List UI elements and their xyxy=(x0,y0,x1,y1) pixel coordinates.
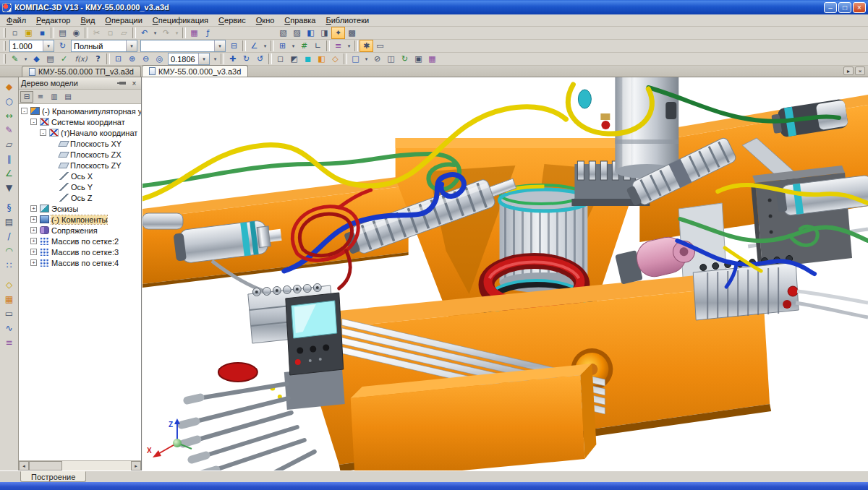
menu-file[interactable]: Файл xyxy=(1,15,31,25)
perspective-button[interactable]: ◇ xyxy=(328,53,342,65)
panel-geometry-button[interactable]: ○ xyxy=(2,94,17,108)
menu-specification[interactable]: Спецификация xyxy=(148,15,213,25)
maximize-button[interactable]: □ xyxy=(838,2,851,13)
tree-panel-close-button[interactable]: × xyxy=(129,79,139,88)
tree-item[interactable]: Плоскость ZX xyxy=(19,149,141,160)
brass-fitting[interactable] xyxy=(600,113,610,120)
refresh-image-button[interactable]: ↻ xyxy=(398,53,412,65)
context-help-button[interactable]: ▩ xyxy=(345,27,359,39)
tree-relations-button[interactable]: ▥ xyxy=(48,91,61,103)
zoom-all-button[interactable]: ◎ xyxy=(153,53,166,65)
properties-button[interactable]: ▧ xyxy=(276,27,290,39)
grid-button[interactable]: ⊞ xyxy=(276,40,289,52)
redo-button[interactable]: ↷ xyxy=(159,27,173,39)
collections-button[interactable]: ▤ xyxy=(43,53,57,65)
dropdown-arrow-icon[interactable]: ▾ xyxy=(126,40,137,51)
menu-service[interactable]: Сервис xyxy=(213,15,251,25)
print-preview-button[interactable]: ◉ xyxy=(69,27,83,39)
document-manager-button[interactable]: ⊟ xyxy=(227,40,241,52)
zoom-in-button[interactable]: ⊕ xyxy=(125,53,139,65)
wireframe-button[interactable]: ◻ xyxy=(273,53,287,65)
tree-expander[interactable]: + xyxy=(30,259,37,266)
orientation-dropdown[interactable]: ▾ xyxy=(362,53,370,65)
tree-expander[interactable]: + xyxy=(30,216,37,223)
zoom-window-button[interactable]: ⊡ xyxy=(111,53,125,65)
menu-help[interactable]: Справка xyxy=(279,15,320,25)
minimize-button[interactable]: – xyxy=(824,2,837,13)
close-document-button[interactable]: × xyxy=(855,66,865,75)
separator[interactable] xyxy=(85,27,88,38)
library-manager-button[interactable]: ▦ xyxy=(187,27,201,39)
dropdown-arrow-icon[interactable]: ▾ xyxy=(198,53,209,64)
toolbar-grip[interactable] xyxy=(4,41,6,51)
panel-reports-button[interactable]: ▤ xyxy=(2,215,17,229)
orientation-button[interactable]: □ xyxy=(349,53,362,65)
panel-curves-button[interactable]: ∿ xyxy=(2,321,17,335)
separator[interactable] xyxy=(344,53,347,64)
separator[interactable] xyxy=(106,53,110,64)
tree-item[interactable]: - (-) Краноманипуляторная ус xyxy=(19,106,141,116)
scroll-right-button[interactable]: ▸ xyxy=(131,461,141,470)
menu-editor[interactable]: Редактор xyxy=(31,15,75,25)
tree-item[interactable]: + Сопряжения xyxy=(19,225,141,236)
csys-dropdown[interactable]: ▾ xyxy=(261,40,269,52)
panel-edit-part-button[interactable]: ◆ xyxy=(2,79,17,94)
toolbar-grip[interactable] xyxy=(4,28,6,38)
menu-window[interactable]: Окно xyxy=(251,15,280,25)
sketch-dropdown[interactable]: ▾ xyxy=(22,53,30,65)
tree-item[interactable]: + Массив по сетке:2 xyxy=(19,236,141,246)
menu-view[interactable]: Вид xyxy=(75,15,100,25)
hidden-lines-button[interactable]: ◩ xyxy=(287,53,301,65)
scroll-left-button[interactable]: ◂ xyxy=(19,461,29,470)
panel-dimensions-button[interactable]: ↔ xyxy=(2,108,17,123)
layers-button[interactable]: ≡ xyxy=(331,40,345,52)
menu-operations[interactable]: Операции xyxy=(100,15,147,25)
fx-variables-button[interactable]: f(x) xyxy=(71,53,91,65)
section-view-button[interactable]: ◫ xyxy=(384,53,398,65)
panel-editing-button[interactable]: ▱ xyxy=(2,137,17,152)
display-mode-combo[interactable]: Полный ▾ xyxy=(71,40,137,52)
tree-item[interactable]: - Системы координат xyxy=(19,116,141,127)
separator[interactable] xyxy=(221,53,224,64)
orbit-button[interactable]: ↺ xyxy=(253,53,267,65)
panel-filters-button[interactable]: ▼ xyxy=(2,181,17,195)
dropdown-arrow-icon[interactable]: ▾ xyxy=(43,40,54,51)
tree-expander[interactable]: - xyxy=(40,129,46,136)
sketch-button[interactable]: ✎ xyxy=(8,53,22,65)
cut-button[interactable]: ✂ xyxy=(90,27,103,39)
panel-aux-geometry-button[interactable]: ◇ xyxy=(2,278,17,292)
tree-item[interactable]: Ось Z xyxy=(19,192,141,203)
paste-button[interactable]: ▱ xyxy=(117,27,131,39)
panel-requisites-button[interactable]: ≡ xyxy=(2,335,17,350)
tree-item[interactable]: + (-) Компоненты xyxy=(19,214,141,225)
document-params-button[interactable]: ▭ xyxy=(373,40,387,52)
save-button[interactable]: ▪ xyxy=(35,27,49,39)
tree-item[interactable]: Ось X xyxy=(19,171,141,181)
3d-viewport[interactable]: Z X xyxy=(142,77,868,470)
local-csys-button[interactable]: ∠ xyxy=(247,40,261,52)
zoom-dropdown[interactable]: ▾ xyxy=(211,53,219,65)
close-button[interactable]: × xyxy=(853,2,866,13)
shaded-button[interactable]: ◼ xyxy=(301,53,315,65)
tree-item[interactable]: + Массив по сетке:4 xyxy=(19,257,141,268)
what-is-this-button[interactable]: ? xyxy=(91,53,105,65)
toolbar-grip[interactable] xyxy=(4,54,6,64)
panel-surfaces-button[interactable]: ◠ xyxy=(2,244,17,258)
zoom-combo[interactable]: 0.1806 ▾ xyxy=(168,53,210,65)
report-button[interactable]: ◨ xyxy=(318,27,331,39)
tab-kmu-v3[interactable]: КМУ-55.00.000_v3.a3d xyxy=(142,65,248,77)
panel-specification-button[interactable]: § xyxy=(2,200,17,215)
separator[interactable] xyxy=(182,27,186,38)
print-button[interactable]: ▤ xyxy=(56,27,69,39)
pin-icon[interactable] xyxy=(119,82,126,85)
current-mode-button[interactable]: ✦ xyxy=(331,27,345,39)
pan-button[interactable]: ✚ xyxy=(226,53,239,65)
snap-button[interactable]: # xyxy=(297,40,311,52)
redo-dropdown[interactable]: ▾ xyxy=(173,27,181,39)
gray-hose-right-2[interactable] xyxy=(796,303,868,317)
tree-item[interactable]: + Массив по сетке:3 xyxy=(19,246,141,257)
tree-expander[interactable]: + xyxy=(30,238,37,244)
tab-scroll-right-button[interactable]: ▸ xyxy=(843,66,854,75)
separator[interactable] xyxy=(51,27,54,38)
panel-measure-button[interactable]: ∠ xyxy=(2,166,17,181)
